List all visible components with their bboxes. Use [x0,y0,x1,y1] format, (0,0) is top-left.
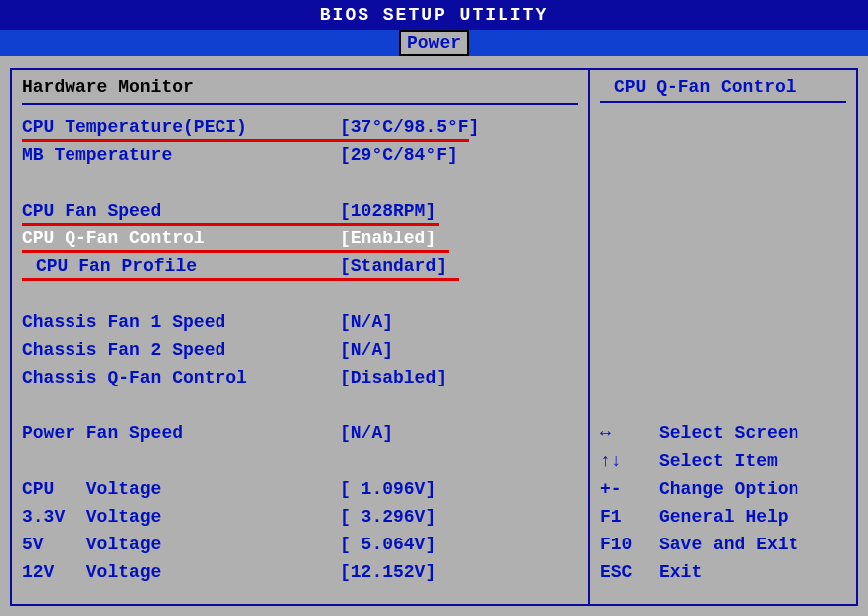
desc: Select Screen [659,419,798,447]
row-cpu-fan-speed[interactable]: CPU Fan Speed [1028RPM] [22,197,578,225]
label: CPU Voltage [22,475,340,503]
desc: Change Option [659,475,798,503]
key: F1 [600,503,659,531]
row-cpu-fan-profile[interactable]: CPU Fan Profile [Standard] [22,252,578,280]
divider [600,101,846,103]
value: [Enabled] [340,225,578,252]
title-bar: BIOS SETUP UTILITY [0,0,868,30]
spacer [22,280,578,308]
kb-select-item: ↑↓ Select Item [600,447,846,475]
row-chassis-qfan-control[interactable]: Chassis Q-Fan Control [Disabled] [22,364,578,391]
spacer [22,391,578,419]
help-title: CPU Q-Fan Control [600,77,846,97]
desc: Save and Exit [659,531,798,558]
value: [ 5.064V] [340,531,578,558]
kb-change-option: +- Change Option [600,475,846,503]
value: [37°C/98.5°F] [340,113,578,141]
value: [1028RPM] [340,197,578,225]
row-power-fan-speed[interactable]: Power Fan Speed [N/A] [22,419,578,447]
label: CPU Fan Speed [22,197,340,225]
value: [N/A] [340,308,578,336]
row-12v-voltage[interactable]: 12V Voltage [12.152V] [22,558,578,586]
label: 5V Voltage [22,531,340,558]
kb-save-exit: F10 Save and Exit [600,531,846,558]
kb-select-screen: ↔ Select Screen [600,419,846,447]
value: [N/A] [340,419,578,447]
row-cpu-voltage[interactable]: CPU Voltage [ 1.096V] [22,475,578,503]
desc: General Help [659,503,789,531]
content-area: Hardware Monitor CPU Temperature(PECI) [… [0,56,868,616]
row-cpu-temperature[interactable]: CPU Temperature(PECI) [37°C/98.5°F] [22,113,578,141]
row-cpu-qfan-control[interactable]: CPU Q-Fan Control [Enabled] [22,225,578,252]
row-chassis-fan-1[interactable]: Chassis Fan 1 Speed [N/A] [22,308,578,336]
menu-bar: Power [0,30,868,56]
key: ↑↓ [600,447,659,475]
section-title: Hardware Monitor [22,77,578,97]
key: F10 [600,531,659,558]
row-chassis-fan-2[interactable]: Chassis Fan 2 Speed [N/A] [22,336,578,364]
label: Power Fan Speed [22,419,340,447]
highlight-underline [22,223,439,226]
value: [N/A] [340,336,578,364]
value: [ 3.296V] [340,503,578,531]
tab-power[interactable]: Power [399,30,469,56]
kb-exit: ESC Exit [600,558,846,586]
keyboard-help: ↔ Select Screen ↑↓ Select Item +- Change… [600,419,846,586]
value: [Disabled] [340,364,578,391]
key: ESC [600,558,659,586]
label: Chassis Fan 1 Speed [22,308,340,336]
label: Chassis Fan 2 Speed [22,336,340,364]
highlight-underline [22,250,449,253]
key: +- [600,475,659,503]
row-mb-temperature[interactable]: MB Temperature [29°C/84°F] [22,141,578,169]
value: [Standard] [340,252,578,280]
highlight-underline [22,278,459,281]
value: [12.152V] [340,558,578,586]
kb-general-help: F1 General Help [600,503,846,531]
highlight-underline [22,139,469,142]
label: 3.3V Voltage [22,503,340,531]
label: 12V Voltage [22,558,340,586]
label: Chassis Q-Fan Control [22,364,340,391]
row-5v-voltage[interactable]: 5V Voltage [ 5.064V] [22,531,578,558]
label: MB Temperature [22,141,340,169]
spacer [22,447,578,475]
value: [29°C/84°F] [340,141,578,169]
label: CPU Fan Profile [22,252,340,280]
spacer [22,169,578,197]
key: ↔ [600,419,659,447]
row-3v3-voltage[interactable]: 3.3V Voltage [ 3.296V] [22,503,578,531]
label: CPU Q-Fan Control [22,225,340,252]
settings-panel: Hardware Monitor CPU Temperature(PECI) [… [12,70,590,604]
desc: Exit [659,558,702,586]
label: CPU Temperature(PECI) [22,113,340,141]
help-panel: CPU Q-Fan Control ↔ Select Screen ↑↓ Sel… [590,70,856,604]
divider [22,103,578,105]
value: [ 1.096V] [340,475,578,503]
desc: Select Item [659,447,778,475]
